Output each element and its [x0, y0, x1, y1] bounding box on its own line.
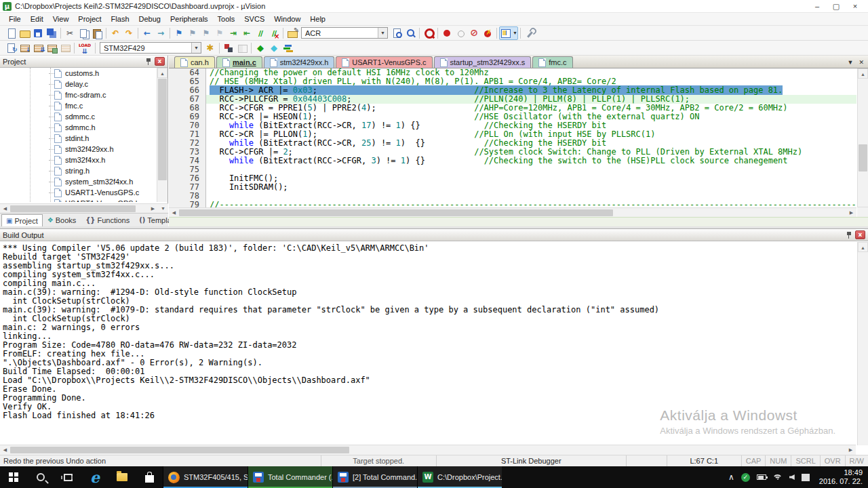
project-file-USART1-VenusGPS.h[interactable]: USART1-VenusGPS.h — [0, 198, 157, 202]
batch-build-button[interactable] — [45, 41, 58, 55]
undo-button[interactable] — [108, 26, 122, 40]
outdent-button[interactable] — [240, 26, 254, 40]
search-button[interactable] — [27, 466, 54, 488]
start-button[interactable] — [0, 466, 27, 488]
store-button[interactable] — [136, 466, 163, 488]
project-file-sdmmc.h[interactable]: sdmmc.h — [0, 122, 157, 133]
pack-installer-button[interactable] — [254, 41, 267, 55]
taskbar-button-total-commander[interactable]: [2] Total Command... — [332, 466, 417, 488]
project-file-fmc.c[interactable]: fmc.c — [0, 100, 157, 111]
project-file-system_stm32f4xx.h[interactable]: system_stm32f4xx.h — [0, 176, 157, 187]
scroll-up-icon[interactable]: ▲ — [858, 68, 868, 79]
project-file-USART1-VenusGPS.c[interactable]: USART1-VenusGPS.c — [0, 187, 157, 198]
build-button[interactable] — [18, 41, 31, 55]
scroll-down-icon[interactable]: ▼ — [158, 206, 168, 211]
find-next-button[interactable] — [403, 26, 417, 40]
project-file-stm32f4xx.h[interactable]: stm32f4xx.h — [0, 155, 157, 165]
menu-window[interactable]: Window — [269, 14, 305, 24]
code-area[interactable]: 64//Changing the power on default HSI 16… — [169, 68, 856, 213]
task-view-button[interactable] — [54, 466, 81, 488]
battery-icon[interactable] — [757, 474, 766, 480]
scroll-up-icon[interactable]: ▲ — [858, 242, 868, 252]
stop-build-button[interactable] — [58, 41, 72, 55]
tray-sync-icon[interactable]: ✓ — [741, 473, 750, 482]
file-explorer-button[interactable] — [108, 466, 136, 488]
target-select-combo[interactable]: STM32F429▼ — [100, 42, 201, 54]
tray-chevron-icon[interactable]: ∧ — [728, 472, 734, 482]
bookmark-toggle-button[interactable] — [172, 26, 186, 40]
menu-flash[interactable]: Flash — [106, 14, 134, 24]
network-icon[interactable] — [773, 474, 783, 481]
save-all-button[interactable] — [45, 26, 58, 40]
books-stack-button[interactable] — [281, 41, 294, 55]
scroll-left-icon[interactable]: ◀ — [169, 210, 179, 216]
editor-horizontal-scrollbar[interactable]: ◀ ▶ — [169, 207, 856, 217]
taskbar-button-total-commander[interactable]: Total Commander (... — [248, 466, 332, 488]
project-file-stm32f429xx.h[interactable]: stm32f429xx.h — [0, 144, 157, 155]
cut-button[interactable] — [63, 26, 77, 40]
scroll-left-icon[interactable]: ◀ — [0, 206, 10, 211]
taskbar-button-firefox[interactable]: STM32F405/415, ST... — [163, 466, 248, 488]
menu-edit[interactable]: Edit — [26, 14, 48, 24]
tab-list-dropdown-icon[interactable]: ▼ — [848, 59, 854, 66]
scroll-up-icon[interactable]: ▲ — [157, 68, 167, 78]
new-file-button[interactable] — [4, 26, 18, 40]
rebuild-button[interactable] — [31, 41, 45, 55]
editor-tab-can.h[interactable]: can.h — [174, 56, 215, 68]
menu-svcs[interactable]: SVCS — [239, 14, 269, 24]
paste-button[interactable] — [90, 26, 104, 40]
redo-button[interactable] — [122, 26, 136, 40]
indent-button[interactable] — [226, 26, 240, 40]
save-button[interactable] — [31, 26, 45, 40]
build-output-close-icon[interactable]: x — [855, 230, 865, 239]
maximize-button[interactable]: ▢ — [831, 2, 841, 11]
taskbar-clock[interactable]: 18:49 2016. 07. 22. — [816, 468, 863, 486]
scroll-left-icon[interactable]: ◀ — [0, 447, 10, 453]
find-text-combo[interactable]: ACR▼ — [301, 27, 388, 39]
configure-find-button[interactable] — [285, 26, 299, 40]
menu-help[interactable]: Help — [305, 14, 330, 24]
project-file-customs.h[interactable]: customs.h — [0, 68, 157, 79]
nav-forward-button[interactable] — [154, 26, 167, 40]
build-output-text[interactable]: *** Using Compiler 'V5.06 update 2 (buil… — [0, 242, 856, 445]
pin-icon[interactable] — [846, 231, 852, 239]
scroll-right-icon[interactable]: ▶ — [148, 206, 158, 211]
project-file-delay.c[interactable]: delay.c — [0, 79, 157, 89]
output-vertical-scrollbar[interactable]: ▲ — [857, 242, 868, 445]
scroll-right-icon[interactable]: ▶ — [846, 210, 856, 216]
code-line-74[interactable]: 74 while (BitExtract(RCC->CFGR, 3) != 1)… — [169, 157, 856, 165]
target-options-button[interactable] — [203, 41, 217, 55]
breakpoint-enable-button[interactable] — [454, 26, 467, 40]
tab-close-icon[interactable]: ✕ — [859, 59, 864, 66]
project-file-fmc-sdram.c[interactable]: fmc-sdram.c — [0, 89, 157, 100]
manage-items-button[interactable] — [235, 41, 249, 55]
breakpoint-disable-all-button[interactable] — [467, 26, 481, 40]
project-file-sdmmc.c[interactable]: sdmmc.c — [0, 111, 157, 122]
scroll-right-icon[interactable]: ▶ — [846, 447, 856, 453]
chevron-down-icon[interactable]: ▼ — [513, 30, 517, 35]
window-layout-button[interactable]: ▼ — [499, 26, 518, 40]
edge-button[interactable]: e — [81, 466, 108, 488]
comment-button[interactable] — [254, 26, 267, 40]
translate-button[interactable] — [4, 41, 18, 55]
volume-icon[interactable] — [789, 474, 795, 480]
uncomment-button[interactable] — [267, 26, 281, 40]
panel-tab-project[interactable]: ▣Project — [1, 214, 43, 226]
panel-tab-books[interactable]: ❖Books — [43, 214, 81, 226]
copy-button[interactable] — [77, 26, 90, 40]
taskbar-button-keil[interactable]: WC:\Dropbox\Project... — [417, 466, 502, 488]
code-line-77[interactable]: 77 InitSDRAM(); — [169, 183, 856, 192]
project-close-icon[interactable]: x — [155, 57, 165, 66]
find-in-files-button[interactable] — [390, 26, 403, 40]
close-button[interactable]: × — [850, 2, 860, 11]
bookmark-prev-button[interactable] — [186, 26, 199, 40]
chevron-down-icon[interactable]: ▼ — [191, 43, 201, 53]
menu-project[interactable]: Project — [73, 14, 106, 24]
project-horizontal-scrollbar[interactable]: ◀ ▶ ▼ — [0, 203, 168, 213]
editor-tab-startup_stm32f429xx.s[interactable]: startup_stm32f429xx.s — [434, 56, 532, 68]
menu-tools[interactable]: Tools — [213, 14, 240, 24]
menu-peripherals[interactable]: Peripherals — [165, 14, 213, 24]
minimize-button[interactable]: – — [812, 2, 822, 11]
find-magnifier-button[interactable] — [422, 26, 435, 40]
wrench-button[interactable] — [523, 26, 536, 40]
